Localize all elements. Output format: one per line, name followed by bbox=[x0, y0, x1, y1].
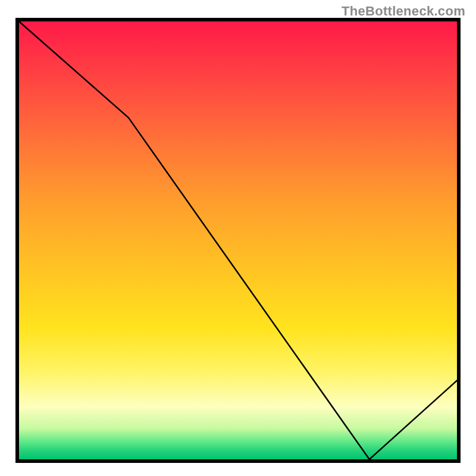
attribution-text: TheBottleneck.com bbox=[342, 4, 465, 19]
chart-frame bbox=[15, 18, 461, 463]
chart-line bbox=[19, 21, 457, 459]
